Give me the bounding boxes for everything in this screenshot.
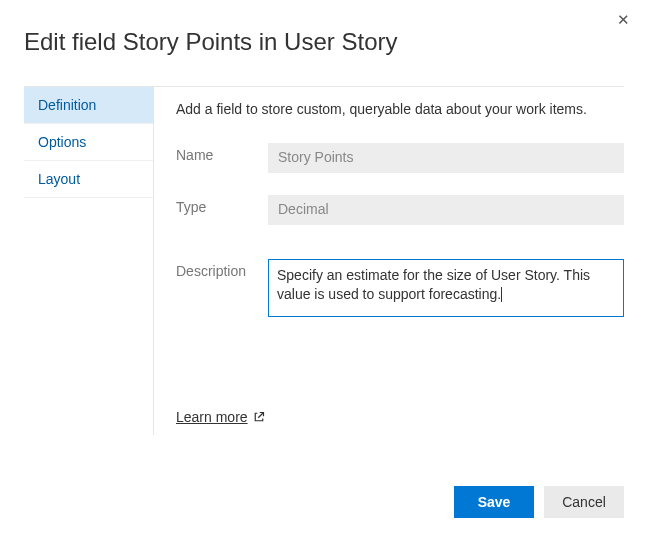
main-panel: Add a field to store custom, queryable d…: [154, 87, 624, 435]
name-label: Name: [176, 143, 268, 163]
close-button[interactable]: ✕: [613, 8, 634, 31]
button-row: Save Cancel: [454, 486, 624, 518]
learn-more-label: Learn more: [176, 409, 248, 425]
sidebar-item-layout[interactable]: Layout: [24, 161, 153, 198]
text-caret: [501, 287, 502, 302]
cancel-button[interactable]: Cancel: [544, 486, 624, 518]
sidebar-item-label: Options: [38, 134, 86, 150]
helper-text: Add a field to store custom, queryable d…: [176, 101, 624, 117]
name-field: Story Points: [268, 143, 624, 173]
description-field[interactable]: Specify an estimate for the size of User…: [268, 259, 624, 317]
sidebar-item-label: Definition: [38, 97, 96, 113]
type-label: Type: [176, 195, 268, 215]
sidebar-item-options[interactable]: Options: [24, 124, 153, 161]
learn-more-link[interactable]: Learn more: [176, 409, 265, 425]
sidebar: Definition Options Layout: [24, 87, 154, 435]
description-value: Specify an estimate for the size of User…: [277, 267, 590, 302]
dialog-title: Edit field Story Points in User Story: [24, 28, 624, 56]
save-button[interactable]: Save: [454, 486, 534, 518]
close-icon: ✕: [617, 11, 630, 28]
description-label: Description: [176, 259, 268, 279]
sidebar-item-definition[interactable]: Definition: [24, 87, 153, 124]
type-field: Decimal: [268, 195, 624, 225]
external-link-icon: [253, 411, 265, 423]
sidebar-item-label: Layout: [38, 171, 80, 187]
